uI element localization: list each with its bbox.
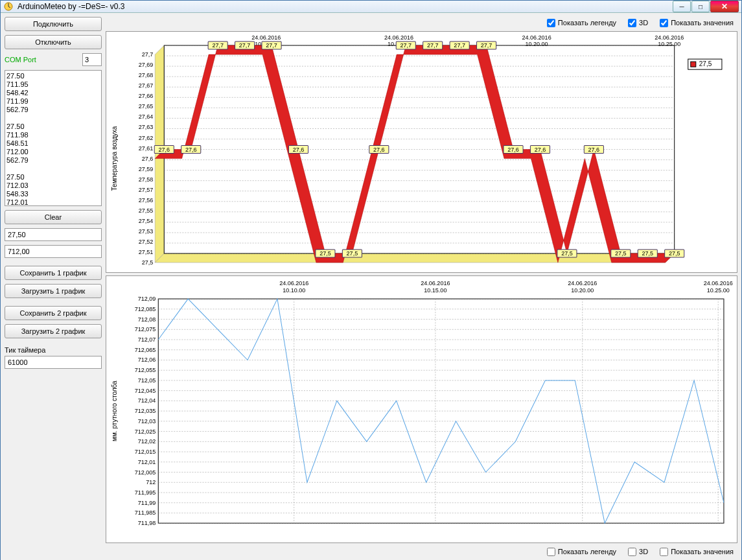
- disconnect-button[interactable]: Отключить: [5, 35, 102, 49]
- svg-text:712,005: 712,005: [135, 469, 156, 476]
- clear-button[interactable]: Clear: [5, 210, 102, 224]
- app-icon: [3, 1, 14, 12]
- data-log[interactable]: 27.50711.95548.42711.99562.79 27.50711.9…: [5, 70, 102, 206]
- svg-rect-96: [691, 62, 696, 67]
- svg-text:712,09: 712,09: [138, 296, 156, 302]
- svg-text:27,65: 27,65: [139, 103, 154, 110]
- svg-text:10.25.00: 10.25.00: [707, 287, 730, 294]
- svg-text:Температура воздуха: Температура воздуха: [111, 126, 118, 191]
- svg-text:27,5: 27,5: [347, 250, 358, 257]
- svg-text:27,7: 27,7: [266, 42, 277, 49]
- chart1-legend-checkbox[interactable]: Показать легенду: [547, 19, 616, 27]
- log-row: 562.79: [6, 106, 100, 114]
- svg-text:27,6: 27,6: [293, 146, 305, 153]
- svg-text:27,7: 27,7: [239, 42, 251, 49]
- maximize-button[interactable]: □: [691, 1, 710, 12]
- svg-text:712,05: 712,05: [138, 377, 156, 384]
- svg-text:27,52: 27,52: [139, 239, 154, 245]
- svg-text:24.06.2016: 24.06.2016: [568, 280, 597, 286]
- svg-text:27,51: 27,51: [139, 249, 154, 255]
- svg-text:27,6: 27,6: [142, 156, 154, 162]
- value1-input[interactable]: [5, 228, 102, 241]
- svg-text:24.06.2016: 24.06.2016: [421, 280, 450, 286]
- svg-text:27,55: 27,55: [139, 207, 154, 214]
- log-row: [6, 114, 100, 122]
- svg-marker-2: [155, 253, 674, 262]
- svg-text:712,01: 712,01: [138, 459, 156, 465]
- log-row: 548.33: [6, 190, 100, 198]
- minimize-button[interactable]: ─: [673, 1, 691, 12]
- svg-text:712,02: 712,02: [138, 438, 156, 445]
- timer-label: Тик таймера: [5, 346, 102, 354]
- window-title: ArduinoMeteo by -=DeS=- v0.3: [17, 2, 672, 11]
- svg-text:24.06.2016: 24.06.2016: [251, 34, 281, 41]
- log-row: [6, 165, 100, 173]
- svg-text:27,53: 27,53: [139, 228, 154, 235]
- log-row: 711.98: [6, 131, 100, 139]
- svg-text:27,5: 27,5: [642, 250, 653, 257]
- svg-text:27,7: 27,7: [212, 42, 224, 49]
- svg-text:10.25.00: 10.25.00: [658, 41, 680, 47]
- log-row: 27.50: [6, 173, 100, 181]
- log-row: 711.95: [6, 80, 100, 89]
- save-chart1-button[interactable]: Сохранить 1 график: [5, 266, 102, 280]
- svg-text:24.06.2016: 24.06.2016: [522, 34, 551, 41]
- close-button[interactable]: ✕: [710, 1, 739, 12]
- log-row: 548.42: [6, 89, 100, 97]
- sidebar: Подключить Отключить COM Port 27.50711.9…: [5, 17, 102, 557]
- svg-text:27,5: 27,5: [561, 250, 573, 257]
- svg-text:27,5: 27,5: [669, 250, 680, 257]
- svg-text:27,57: 27,57: [139, 187, 154, 193]
- load-chart1-button[interactable]: Загрузить 1 график: [5, 284, 102, 298]
- svg-text:712,025: 712,025: [135, 428, 156, 435]
- chart2-legend-checkbox[interactable]: Показать легенду: [547, 548, 616, 556]
- chart1-3d-checkbox[interactable]: 3D: [628, 19, 648, 27]
- svg-text:27,69: 27,69: [139, 62, 154, 68]
- connect-button[interactable]: Подключить: [5, 17, 102, 31]
- svg-text:27,56: 27,56: [139, 197, 154, 204]
- save-chart2-button[interactable]: Сохранить 2 график: [5, 306, 102, 320]
- svg-text:712,04: 712,04: [138, 398, 156, 404]
- log-row: 712.01: [6, 198, 100, 206]
- svg-text:27,62: 27,62: [139, 135, 154, 141]
- svg-rect-98: [158, 299, 724, 523]
- svg-text:27,6: 27,6: [185, 146, 197, 153]
- svg-text:27,5: 27,5: [319, 250, 331, 257]
- chart2-values-checkbox[interactable]: Показать значения: [660, 548, 734, 556]
- log-row: 548.51: [6, 139, 100, 148]
- svg-text:712,035: 712,035: [135, 408, 156, 414]
- svg-text:27,61: 27,61: [139, 145, 154, 152]
- svg-text:712: 712: [146, 479, 156, 485]
- titlebar: ArduinoMeteo by -=DeS=- v0.3 ─ □ ✕: [1, 1, 741, 13]
- log-row: 27.50: [6, 122, 100, 131]
- svg-text:711,99: 711,99: [138, 500, 156, 506]
- svg-text:24.06.2016: 24.06.2016: [384, 34, 413, 41]
- value2-input[interactable]: [5, 245, 102, 258]
- com-port-input[interactable]: [82, 53, 102, 66]
- svg-text:711,98: 711,98: [138, 520, 156, 526]
- svg-text:27,7: 27,7: [400, 42, 412, 49]
- timer-input[interactable]: [5, 356, 102, 369]
- svg-text:10.10.00: 10.10.00: [283, 287, 305, 294]
- svg-text:712,055: 712,055: [135, 367, 156, 373]
- svg-text:712,03: 712,03: [138, 418, 156, 425]
- log-row: 562.79: [6, 156, 100, 165]
- svg-text:27,63: 27,63: [139, 124, 154, 130]
- log-row: 712.00: [6, 148, 100, 156]
- svg-text:24.06.2016: 24.06.2016: [704, 280, 733, 286]
- load-chart2-button[interactable]: Загрузить 2 график: [5, 324, 102, 338]
- svg-text:27,6: 27,6: [373, 146, 385, 153]
- svg-text:712,045: 712,045: [135, 388, 156, 394]
- svg-text:10.20.00: 10.20.00: [526, 41, 548, 47]
- chart2-3d-checkbox[interactable]: 3D: [628, 548, 648, 556]
- svg-text:10.15.00: 10.15.00: [424, 287, 446, 294]
- svg-text:24.06.2016: 24.06.2016: [279, 280, 308, 286]
- svg-text:27,59: 27,59: [139, 166, 154, 172]
- svg-text:27,58: 27,58: [139, 176, 154, 183]
- svg-text:712,06: 712,06: [138, 357, 156, 364]
- svg-text:27,7: 27,7: [481, 42, 493, 49]
- svg-text:27,54: 27,54: [139, 218, 154, 224]
- svg-text:10.20.00: 10.20.00: [571, 287, 594, 294]
- svg-text:27,5: 27,5: [699, 60, 712, 67]
- chart1-values-checkbox[interactable]: Показать значения: [660, 19, 734, 27]
